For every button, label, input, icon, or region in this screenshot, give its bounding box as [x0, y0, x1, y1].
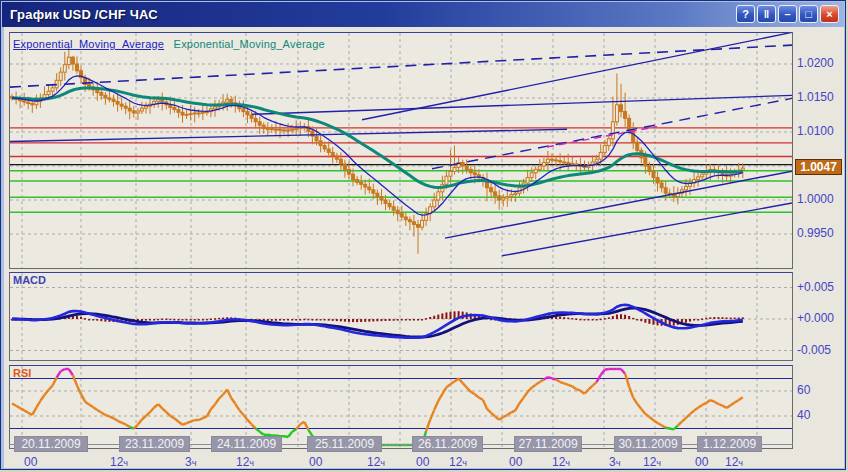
price-tick-label: 1.0000: [797, 192, 847, 206]
titlebar-maximize-button[interactable]: □: [799, 5, 818, 23]
titlebar-freeze-button[interactable]: ‖: [757, 5, 776, 23]
time-tick-label: 3ч: [609, 455, 639, 469]
time-tick-label: 00: [309, 455, 339, 469]
titlebar-help-button[interactable]: ?: [736, 5, 755, 23]
date-badge: 27.11.2009: [514, 436, 582, 452]
macd-tick-label: +0.005: [797, 280, 847, 294]
time-tick-label: 12ч: [643, 455, 673, 469]
current-price-badge: 1.0047: [795, 159, 842, 175]
time-tick-label: 3ч: [185, 455, 215, 469]
ema-slow-label: Exponential_Moving_Average: [169, 38, 325, 50]
titlebar[interactable]: График USD /CHF ЧАС ?‖–□×: [2, 2, 844, 27]
time-tick-label: 00: [24, 455, 54, 469]
time-tick-label: 12ч: [552, 455, 582, 469]
price-tick-label: 0.9950: [797, 226, 847, 240]
price-tick-label: 1.0200: [797, 56, 847, 70]
window-title: График USD /CHF ЧАС: [2, 7, 158, 22]
date-badge: 30.11.2009: [614, 436, 682, 452]
price-tick-label: 1.0150: [797, 90, 847, 104]
rsi-tick-label: 40: [797, 408, 847, 422]
macd-pane[interactable]: [9, 272, 793, 361]
date-badge: 20.11.2009: [14, 436, 88, 452]
macd-label: MACD: [13, 274, 46, 286]
chart-client-area: Exponential_Moving_Average Exponential_M…: [4, 27, 844, 468]
time-tick-label: 12ч: [367, 455, 397, 469]
indicator-labels: Exponential_Moving_Average Exponential_M…: [13, 34, 325, 52]
rsi-label: RSI: [13, 367, 31, 379]
titlebar-buttons: ?‖–□×: [736, 5, 839, 23]
time-tick-label: 00: [509, 455, 539, 469]
macd-tick-label: -0.005: [797, 343, 847, 357]
time-tick-label: 12ч: [725, 455, 755, 469]
macd-tick-label: +0.000: [797, 311, 847, 325]
date-badge: 24.11.2009: [211, 436, 282, 452]
rsi-tick-label: 60: [797, 383, 847, 397]
macd-canvas: [10, 273, 792, 360]
time-tick-label: 12ч: [449, 455, 479, 469]
time-tick-label: 00: [695, 455, 725, 469]
date-badge: 1.12.2009: [697, 436, 762, 452]
price-chart-canvas: [10, 33, 792, 268]
chart-window: График USD /CHF ЧАС ?‖–□× Exponential_Mo…: [0, 0, 846, 470]
date-badge: 26.11.2009: [412, 436, 483, 452]
time-tick-label: 12ч: [236, 455, 266, 469]
price-tick-label: 1.0100: [797, 124, 847, 138]
titlebar-close-button[interactable]: ×: [820, 5, 839, 23]
date-badge: 23.11.2009: [119, 436, 190, 452]
titlebar-minimize-button[interactable]: –: [778, 5, 797, 23]
time-tick-label: 12ч: [110, 455, 140, 469]
ema-fast-label: Exponential_Moving_Average: [13, 38, 164, 50]
date-badge: 25.11.2009: [307, 436, 382, 452]
price-chart-pane[interactable]: [9, 32, 793, 269]
time-tick-label: 00: [416, 455, 446, 469]
